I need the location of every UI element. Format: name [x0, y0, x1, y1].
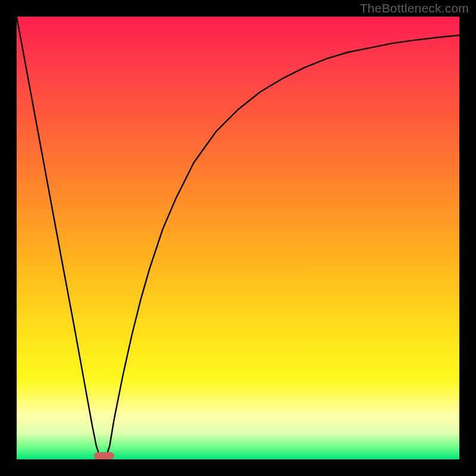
- plot-area: [17, 17, 459, 459]
- watermark-text: TheBottleneck.com: [360, 1, 469, 15]
- chart-container: TheBottleneck.com: [0, 0, 476, 476]
- bottleneck-marker: [94, 452, 114, 459]
- curve-layer: [17, 17, 459, 459]
- bottleneck-curve: [17, 17, 459, 459]
